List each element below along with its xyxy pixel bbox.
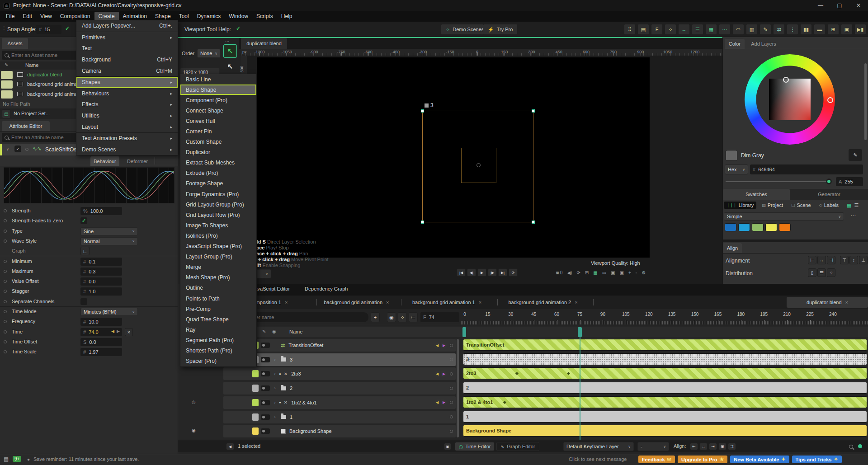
chip-new-beta-available[interactable]: New Beta Available✦: [730, 456, 789, 463]
stack-bars-icon[interactable]: ☰: [692, 24, 703, 35]
editor-tab-dependency-graph[interactable]: Dependency Graph: [305, 286, 348, 291]
timeline-bar-3[interactable]: 3: [463, 353, 867, 365]
time-editor-button[interactable]: ◷ Time Editor: [455, 442, 495, 451]
attribute-number-field[interactable]: S0.0: [80, 338, 122, 346]
expand-arrow-icon[interactable]: ›: [272, 386, 278, 390]
grid-toggle-icon[interactable]: ⊞: [585, 268, 589, 277]
attribute-circle-icon[interactable]: [4, 219, 7, 222]
create-menu-item-shapes[interactable]: Shapes▸: [76, 77, 178, 88]
timeline-bar-1[interactable]: 1: [463, 411, 867, 423]
corner-handle[interactable]: [532, 221, 535, 224]
frame-badge-icon[interactable]: F: [651, 24, 663, 35]
editor-tab-javascript-editor[interactable]: JavaScript Editor: [252, 286, 290, 291]
timeline-ruler[interactable]: 0153045607590105120135150165180195210225…: [461, 310, 868, 325]
attribute-circle-icon[interactable]: [4, 300, 7, 303]
timeline-bar-2to3[interactable]: 2to3: [463, 367, 867, 379]
create-menu-item-behaviours[interactable]: Behaviours▸: [76, 88, 178, 99]
source-labels[interactable]: ◇Labels: [816, 202, 841, 209]
attribute-checkbox[interactable]: [80, 298, 87, 305]
curve-icon[interactable]: ◠: [732, 24, 744, 35]
expand-arrow-icon[interactable]: ›: [272, 371, 278, 376]
visibility-toggle[interactable]: [261, 428, 270, 434]
close-icon[interactable]: ×: [386, 300, 389, 305]
source-library[interactable]: ❘❘❘Library: [724, 202, 756, 209]
grid-icon[interactable]: ⊞: [827, 24, 839, 35]
attribute-editor-tab[interactable]: Attribute Editor: [2, 121, 50, 131]
toolbar-drag-handle[interactable]: ⋮: [2, 25, 6, 30]
alpha-slider-knob[interactable]: [826, 178, 832, 184]
align-tab[interactable]: Align: [723, 243, 742, 253]
menu-dynamics[interactable]: Dynamics: [193, 12, 225, 21]
playhead-line[interactable]: [580, 327, 580, 440]
panel-icon[interactable]: ▤: [637, 24, 649, 35]
menu-composition[interactable]: Composition: [56, 12, 94, 21]
message-count-badge[interactable]: 9+: [13, 456, 21, 462]
viewport-settings-icon[interactable]: ⚙: [642, 268, 646, 277]
step-back-button[interactable]: ◀|: [467, 268, 476, 277]
checker-icon[interactable]: ▦: [705, 24, 717, 35]
tab-behaviour[interactable]: Behaviour: [90, 156, 119, 166]
shapes-submenu-item-extract-sub-meshes[interactable]: Extract Sub-Meshes: [180, 158, 256, 168]
lock-circle-icon[interactable]: [450, 401, 453, 404]
prev-keyframe-icon[interactable]: ◀: [111, 329, 114, 333]
prev-keyframe-icon[interactable]: ◀: [434, 371, 440, 377]
attribute-circle-icon[interactable]: [4, 330, 7, 333]
tab-color[interactable]: Color: [725, 39, 745, 49]
lock-circle-icon[interactable]: [450, 344, 453, 347]
collapse-chevron-icon[interactable]: ∨: [6, 147, 9, 151]
align-right-button[interactable]: ⇥: [709, 443, 717, 450]
shapes-submenu-item-basic-shape[interactable]: Basic Shape: [180, 85, 256, 95]
lock-circle-icon[interactable]: [450, 372, 453, 376]
remove-keyframe-button[interactable]: ×: [125, 328, 133, 336]
asset-color-swatch[interactable]: [1, 71, 13, 79]
shapes-submenu-item-extrude-pro-[interactable]: Extrude (Pro): [180, 168, 256, 178]
camera-icon[interactable]: ▶▮: [854, 24, 866, 35]
menu-edit[interactable]: Edit: [19, 12, 36, 21]
shapes-submenu-item-outline[interactable]: Outline: [180, 283, 256, 293]
layer-list-scrollbar[interactable]: [457, 339, 459, 437]
step-forward-button[interactable]: |▶: [488, 268, 497, 277]
refresh-icon[interactable]: ⟳: [576, 268, 580, 277]
zoom-out-icon[interactable]: [849, 444, 853, 450]
list-view-icon[interactable]: ☰: [854, 202, 859, 208]
alpha-field[interactable]: A 255: [836, 177, 863, 186]
color-swatch[interactable]: [738, 223, 750, 231]
attribute-number-field[interactable]: #74.0: [80, 328, 122, 336]
shapes-submenu-item-quad-tree-shape[interactable]: Quad Tree Shape: [180, 314, 256, 324]
shapes-submenu-item-custom-shape[interactable]: Custom Shape: [180, 137, 256, 147]
close-icon[interactable]: ×: [845, 300, 848, 305]
shapes-submenu-item-grid-layout-row-pro-[interactable]: Grid Layout Row (Pro): [180, 210, 256, 220]
alpha-slider[interactable]: [726, 181, 830, 182]
current-color-swatch[interactable]: [726, 150, 737, 161]
layer-row-3[interactable]: ›3: [223, 353, 456, 366]
next-keyframe-icon[interactable]: ▶: [441, 343, 447, 348]
menu-create[interactable]: Create: [94, 12, 119, 21]
menu-view[interactable]: View: [36, 12, 56, 21]
attribute-checkbox[interactable]: ✓: [80, 217, 87, 224]
menu-help[interactable]: Help: [277, 12, 297, 21]
corner-handle[interactable]: [421, 221, 424, 224]
corner-handle[interactable]: [421, 109, 424, 113]
attribute-circle-icon[interactable]: [4, 290, 7, 293]
visibility-toggle[interactable]: [261, 400, 270, 405]
create-menu-item-demo-scenes[interactable]: Demo Scenes▸: [76, 144, 178, 155]
attribute-circle-icon[interactable]: [4, 230, 7, 233]
layer-value-dropdown[interactable]: -∨: [637, 442, 669, 451]
next-keyframe-icon[interactable]: ▶: [441, 371, 447, 377]
align-left-button[interactable]: ⇤: [690, 443, 698, 450]
timeline-bar-2[interactable]: 2: [463, 382, 867, 394]
asset-color-swatch[interactable]: [1, 80, 13, 89]
create-menu-item-camera[interactable]: CameraCtrl+M: [76, 65, 178, 76]
close-button[interactable]: ✕: [849, 0, 868, 11]
shapes-submenu-item-ray[interactable]: Ray: [180, 324, 256, 335]
shapes-submenu-item-merge[interactable]: Merge: [180, 262, 256, 272]
visibility-header-icon[interactable]: ◉: [272, 329, 276, 334]
graph-editor-button[interactable]: ∿ Graph Editor: [496, 442, 539, 451]
close-icon[interactable]: ×: [479, 300, 481, 305]
attribute-circle-icon[interactable]: [4, 260, 7, 263]
attribute-number-field[interactable]: #1.97: [80, 348, 122, 356]
distribute-button[interactable]: ▯: [808, 268, 816, 277]
shapes-submenu-item-spacer-pro-[interactable]: Spacer (Pro): [180, 356, 256, 366]
order-dropdown[interactable]: None∨: [197, 49, 221, 58]
close-icon[interactable]: ×: [575, 300, 577, 305]
